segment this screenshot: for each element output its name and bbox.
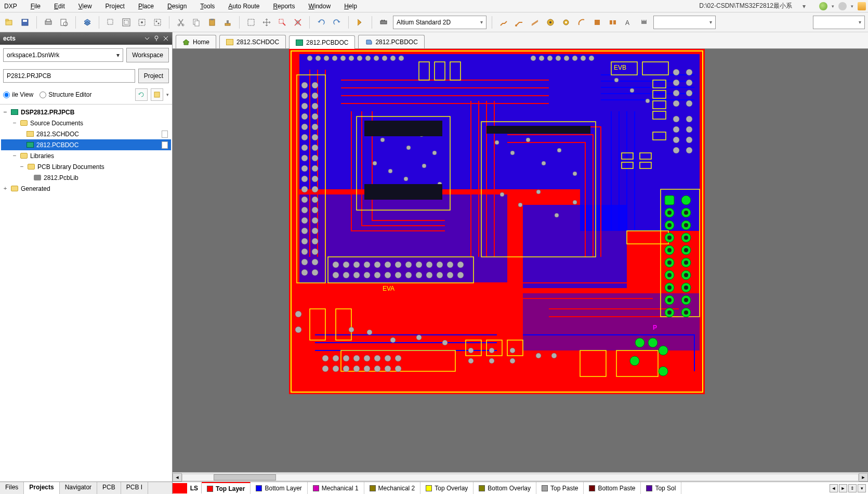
workspace-button[interactable]: Workspace	[126, 48, 169, 62]
layer-tab-bottom-paste[interactable]: Bottom Paste	[584, 482, 641, 495]
open-button[interactable]	[3, 16, 16, 29]
print-preview-button[interactable]	[58, 16, 70, 29]
menu-autoroute[interactable]: Auto Route	[226, 2, 261, 11]
horizontal-scrollbar[interactable]: ◄ ►	[173, 472, 868, 482]
layer-tabs-next-icon[interactable]: ►	[839, 484, 847, 492]
scroll-right-icon[interactable]: ►	[859, 473, 868, 482]
workspace-combo[interactable]: orkspace1.DsnWrk	[3, 48, 123, 62]
string-button[interactable]: A	[622, 16, 635, 29]
panel-dropdown-icon[interactable]	[144, 35, 150, 42]
tree-source-docs[interactable]: − Source Documents	[1, 118, 171, 128]
tree-generated[interactable]: + Generated	[1, 183, 171, 194]
pad-button[interactable]	[544, 16, 557, 29]
diff-pair-button[interactable]	[529, 16, 541, 29]
tree-pcb-lib-docs[interactable]: − PCB Library Documents	[1, 161, 171, 172]
tree-schdoc[interactable]: 2812.SCHDOC	[1, 128, 171, 139]
nav-back-dropdown[interactable]: ▾	[832, 4, 834, 9]
panel-pin-icon[interactable]	[153, 35, 160, 42]
menu-edit[interactable]: Edit	[52, 2, 67, 11]
doc-tab-home[interactable]: Home	[176, 35, 216, 48]
settings-dropdown-icon[interactable]: ▾	[166, 92, 169, 97]
project-tree[interactable]: − DSP2812.PRJPCB − Source Documents 2812…	[0, 105, 172, 482]
run-script-button[interactable]	[354, 16, 366, 29]
track-button[interactable]	[497, 16, 510, 29]
tree-pcbdoc[interactable]: 2812.PCBDOC	[1, 139, 171, 150]
zoom-area-button[interactable]	[104, 16, 117, 29]
scroll-thumb[interactable]	[214, 474, 276, 480]
nav-forward-dropdown[interactable]: ▾	[851, 4, 853, 9]
zoom-filtered-button[interactable]	[151, 16, 164, 29]
left-tab-projects[interactable]: Projects	[24, 482, 59, 494]
left-tab-pcb-inspector[interactable]: PCB I	[121, 482, 148, 494]
layer-tab-top-layer[interactable]: Top Layer	[202, 482, 251, 495]
zoom-selected-button[interactable]	[136, 16, 148, 29]
layer-tab-top-overlay[interactable]: Top Overlay	[420, 482, 474, 495]
undo-button[interactable]	[315, 16, 327, 29]
doc-tab-schdoc[interactable]: 2812.SCHDOC	[219, 35, 286, 48]
nav-forward-icon[interactable]	[838, 2, 847, 10]
layer-tab-mechanical-2[interactable]: Mechanical 2	[364, 482, 421, 495]
pcb-canvas[interactable]: EVA EVB P	[173, 49, 868, 472]
refresh-button[interactable]	[135, 88, 148, 101]
deselect-button[interactable]	[276, 16, 288, 29]
view-mode-select[interactable]: Altium Standard 2D	[393, 16, 486, 29]
menu-tools[interactable]: Tools	[198, 2, 217, 11]
layer-tab-bottom-layer[interactable]: Bottom Layer	[251, 482, 307, 495]
cut-button[interactable]	[175, 16, 187, 29]
nav-home-icon[interactable]	[858, 2, 866, 10]
nav-back-icon[interactable]	[819, 2, 827, 10]
redo-button[interactable]	[331, 16, 343, 29]
layer-tab-bottom-overlay[interactable]: Bottom Overlay	[474, 482, 536, 495]
via-button[interactable]	[560, 16, 572, 29]
menu-place[interactable]: Place	[136, 2, 156, 11]
file-view-radio[interactable]: ile View	[3, 91, 33, 98]
settings-button[interactable]	[151, 88, 163, 101]
menu-help[interactable]: Help	[342, 2, 359, 11]
project-field[interactable]	[3, 69, 135, 83]
menu-file[interactable]: File	[29, 2, 43, 11]
arc-edge-button[interactable]	[575, 16, 588, 29]
structure-editor-radio[interactable]: Structure Editor	[40, 91, 91, 98]
panel-close-icon[interactable]	[163, 35, 169, 42]
left-tab-navigator[interactable]: Navigator	[60, 482, 97, 494]
zoom-fit-button[interactable]	[120, 16, 133, 29]
layer-tab-mechanical-1[interactable]: Mechanical 1	[308, 482, 364, 495]
layer-tab-top-sol[interactable]: Top Sol	[641, 482, 681, 495]
tree-libraries[interactable]: − Libraries	[1, 150, 171, 161]
doc-tab-pcbdoc3d[interactable]: 2812.PCBDOC	[358, 35, 424, 48]
save-button[interactable]	[19, 16, 31, 29]
menu-dxp[interactable]: DXP	[2, 2, 19, 11]
print-button[interactable]	[42, 16, 55, 29]
copy-button[interactable]	[190, 16, 203, 29]
left-tab-pcb[interactable]: PCB	[97, 482, 121, 494]
select-inside-button[interactable]	[245, 16, 257, 29]
polygon-button[interactable]	[607, 16, 619, 29]
left-tab-files[interactable]: Files	[0, 482, 24, 494]
layers-button[interactable]	[81, 16, 94, 29]
tree-project-root[interactable]: − DSP2812.PRJPCB	[1, 107, 171, 118]
rubber-stamp-button[interactable]	[221, 16, 234, 29]
path-dropdown-icon[interactable]: ▾	[803, 3, 806, 10]
scroll-left-icon[interactable]: ◄	[173, 473, 182, 482]
layer-tabs-more-icon[interactable]: ▾	[858, 484, 866, 492]
doc-tab-pcbdoc[interactable]: 2812.PCBDOC	[289, 35, 355, 49]
layer-tab-top-paste[interactable]: Top Paste	[536, 482, 584, 495]
paste-button[interactable]	[206, 16, 218, 29]
menu-view[interactable]: View	[76, 2, 94, 11]
layer-tabs-prev-icon[interactable]: ◄	[830, 484, 838, 492]
snap-select[interactable]	[813, 16, 865, 29]
interactive-route-button[interactable]	[513, 16, 525, 29]
scroll-track[interactable]	[182, 474, 859, 481]
component-button[interactable]	[638, 16, 650, 29]
menu-reports[interactable]: Reports	[271, 2, 297, 11]
menu-design[interactable]: Design	[165, 2, 189, 11]
fill-button[interactable]	[591, 16, 603, 29]
project-button[interactable]: Project	[138, 69, 169, 83]
menu-project[interactable]: Project	[103, 2, 127, 11]
layer-tabs-split-icon[interactable]: ⇕	[848, 484, 857, 492]
string-select[interactable]	[653, 16, 716, 29]
browse-components-button[interactable]	[377, 16, 390, 29]
tree-pcblib[interactable]: 2812.PcbLib	[1, 172, 171, 183]
clear-filter-button[interactable]	[292, 16, 304, 29]
layer-set-button[interactable]: LS	[173, 483, 202, 493]
